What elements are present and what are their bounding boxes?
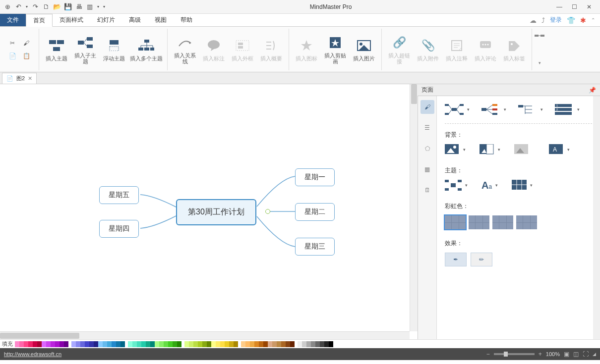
menu-advanced[interactable]: 高级 [122, 14, 148, 26]
layout-right[interactable]: ▾ [481, 104, 500, 116]
effect-sketch[interactable]: ✏ [471, 253, 492, 266]
print-button[interactable]: 🖶 [74, 2, 83, 11]
color-chip[interactable] [320, 341, 324, 347]
color-chip[interactable] [120, 341, 125, 347]
color-chip[interactable] [155, 341, 159, 347]
color-chip[interactable] [107, 341, 112, 347]
color-chip[interactable] [290, 341, 295, 347]
tshirt-icon[interactable]: 👕 [567, 16, 575, 24]
menu-page-style[interactable]: 页面样式 [53, 14, 90, 26]
color-chip[interactable] [80, 341, 85, 347]
new-button[interactable]: 🗋 [42, 2, 51, 11]
color-chip[interactable] [250, 341, 254, 347]
menu-help[interactable]: 帮助 [174, 14, 199, 26]
color-chip[interactable] [207, 341, 211, 347]
rainbow-1[interactable] [445, 215, 466, 229]
color-chip[interactable] [193, 341, 198, 347]
doc-tab[interactable]: 📄 图2 ✕ [2, 73, 37, 84]
color-chip[interactable] [71, 341, 76, 347]
color-chip[interactable] [76, 341, 80, 347]
color-chip[interactable] [150, 341, 155, 347]
color-chip[interactable] [141, 341, 146, 347]
maximize-button[interactable]: ☐ [567, 2, 581, 12]
insert-tag-button[interactable]: 插入标签 [500, 37, 529, 62]
ribbon-overflow[interactable]: ▾ [532, 30, 547, 69]
copy-button[interactable]: 📄 [7, 51, 18, 61]
zoom-in[interactable]: + [539, 351, 542, 358]
minimize-button[interactable]: — [552, 2, 566, 12]
color-chip[interactable] [51, 341, 55, 347]
format-painter-button[interactable]: 🖌 [21, 38, 32, 49]
color-chip[interactable] [302, 341, 306, 347]
node-friday[interactable]: 星期五 [99, 186, 139, 204]
insert-summary-button[interactable]: 插入概要 [257, 37, 286, 62]
paste-button[interactable]: 📋 [21, 51, 32, 61]
sidetab-outline[interactable]: ☰ [420, 121, 434, 135]
color-chip[interactable] [286, 341, 290, 347]
node-monday[interactable]: 星期一 [295, 168, 335, 186]
color-chip[interactable] [33, 341, 37, 347]
menu-view[interactable]: 视图 [148, 14, 174, 26]
close-button[interactable]: ✕ [582, 2, 596, 12]
sidetab-icon[interactable]: ⬠ [420, 142, 434, 156]
menu-slideshow[interactable]: 幻灯片 [90, 14, 122, 26]
color-chip[interactable] [254, 341, 259, 347]
sidetab-clipart[interactable]: ▦ [420, 162, 434, 176]
insert-boundary-button[interactable]: 插入外框 [228, 37, 257, 62]
rainbow-2[interactable] [469, 215, 489, 229]
insert-attachment-button[interactable]: 📎 插入附件 [414, 37, 442, 62]
color-chip[interactable] [245, 341, 250, 347]
qat-dropdown[interactable]: ▾ [96, 2, 100, 11]
color-chip[interactable] [173, 341, 177, 347]
insert-image-button[interactable]: 插入图片 [350, 37, 378, 62]
color-chip[interactable] [216, 341, 220, 347]
sidetab-task[interactable]: 🗓 [420, 183, 434, 197]
status-link[interactable]: http://www.edrawsoft.cn [4, 351, 61, 357]
view-resize[interactable]: ◢ [593, 352, 596, 357]
bg-remove[interactable] [514, 144, 529, 156]
color-chip[interactable] [281, 341, 286, 347]
canvas[interactable]: 第30周工作计划 星期一 星期二 星期三 星期四 星期五 [0, 84, 418, 339]
color-chip[interactable] [46, 341, 51, 347]
effect-pen[interactable]: ✒ [445, 253, 467, 266]
color-chip[interactable] [311, 341, 315, 347]
node-tuesday[interactable]: 星期二 [295, 203, 335, 221]
insert-comment-button[interactable]: 插入评论 [471, 37, 500, 62]
side-scroll[interactable] [593, 96, 600, 339]
color-chip[interactable] [259, 341, 263, 347]
color-chip[interactable] [60, 341, 64, 347]
color-chip[interactable] [189, 341, 193, 347]
color-chip[interactable] [168, 341, 173, 347]
color-chip[interactable] [89, 341, 94, 347]
insert-multiple-button[interactable]: 插入多个主题 [128, 37, 164, 62]
floating-topic-button[interactable]: 浮动主题 [100, 37, 128, 62]
color-chip[interactable] [229, 341, 234, 347]
color-chip[interactable] [220, 341, 225, 347]
color-chip[interactable] [19, 341, 24, 347]
insert-note-button[interactable]: 插入注释 [442, 37, 471, 62]
zoom-out[interactable]: − [486, 351, 490, 358]
color-chip[interactable] [277, 341, 281, 347]
node-handle-right[interactable] [265, 209, 270, 214]
node-wednesday[interactable]: 星期三 [295, 238, 335, 256]
color-chip[interactable] [146, 341, 150, 347]
color-chip[interactable] [225, 341, 229, 347]
insert-callout-button[interactable]: 插入标注 [199, 37, 228, 62]
color-chip[interactable] [234, 341, 238, 347]
insert-subtopic-button[interactable]: 插入子主题 [71, 34, 100, 65]
scrollbar-horizontal[interactable] [0, 331, 410, 339]
color-chip[interactable] [184, 341, 189, 347]
undo-button[interactable]: ↶ [14, 2, 23, 11]
color-chip[interactable] [128, 341, 132, 347]
color-chip[interactable] [241, 341, 245, 347]
color-chip[interactable] [263, 341, 268, 347]
layout-list[interactable]: 12▾ [555, 104, 574, 116]
color-chip[interactable] [306, 341, 311, 347]
view-fit[interactable]: ▣ [564, 351, 569, 358]
color-chip[interactable] [37, 341, 42, 347]
view-full[interactable]: ⛶ [583, 351, 589, 358]
color-chip[interactable] [94, 341, 98, 347]
bg-color[interactable]: ▾ [480, 144, 494, 156]
node-center[interactable]: 第30周工作计划 [176, 199, 256, 225]
color-chip[interactable] [298, 341, 302, 347]
